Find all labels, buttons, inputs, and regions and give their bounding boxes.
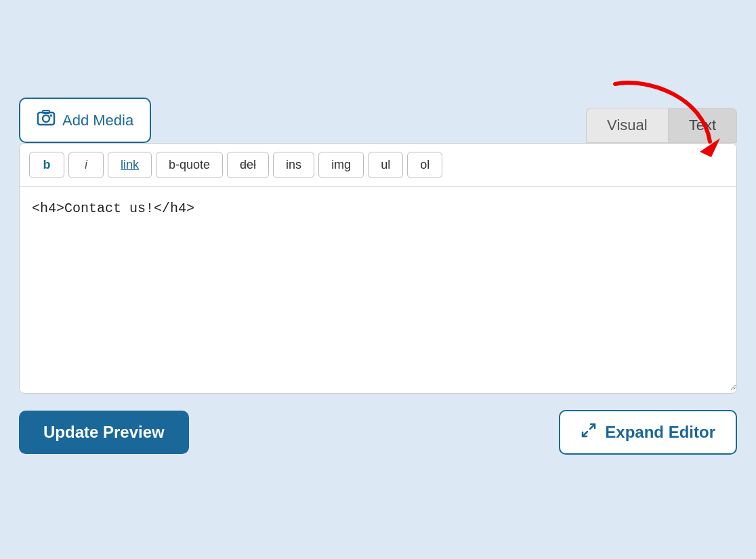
del-button[interactable]: del: [227, 152, 269, 178]
bquote-button[interactable]: b-quote: [156, 152, 223, 178]
bold-button[interactable]: b: [29, 152, 64, 178]
ul-button[interactable]: ul: [368, 152, 403, 178]
editor-textarea[interactable]: [20, 187, 736, 390]
toolbar: b i link b-quote del ins img ul ol: [20, 144, 736, 187]
svg-rect-1: [38, 112, 54, 125]
svg-rect-4: [50, 115, 52, 117]
expand-icon: [581, 422, 597, 442]
svg-point-2: [43, 115, 49, 122]
update-preview-button[interactable]: Update Preview: [19, 411, 189, 454]
img-button[interactable]: img: [318, 152, 364, 178]
tab-text[interactable]: Text: [668, 108, 737, 143]
ol-button[interactable]: ol: [407, 152, 442, 178]
editor-container: Add Media Visual Text b i link b-quote d…: [19, 84, 737, 475]
add-media-button[interactable]: Add Media: [19, 98, 151, 143]
tabs-row: Visual Text: [586, 108, 737, 143]
camera-icon: [37, 108, 56, 132]
italic-button[interactable]: i: [68, 152, 104, 178]
expand-editor-button[interactable]: Expand Editor: [559, 410, 737, 455]
tab-visual[interactable]: Visual: [586, 108, 668, 143]
add-media-label: Add Media: [62, 112, 133, 129]
expand-editor-label: Expand Editor: [605, 423, 715, 442]
top-row: Add Media Visual Text: [19, 98, 737, 143]
bottom-row: Update Preview Expand Editor: [19, 410, 737, 455]
link-button[interactable]: link: [108, 152, 152, 178]
ins-button[interactable]: ins: [273, 152, 314, 178]
editor-wrapper: b i link b-quote del ins img ul ol: [19, 143, 737, 394]
